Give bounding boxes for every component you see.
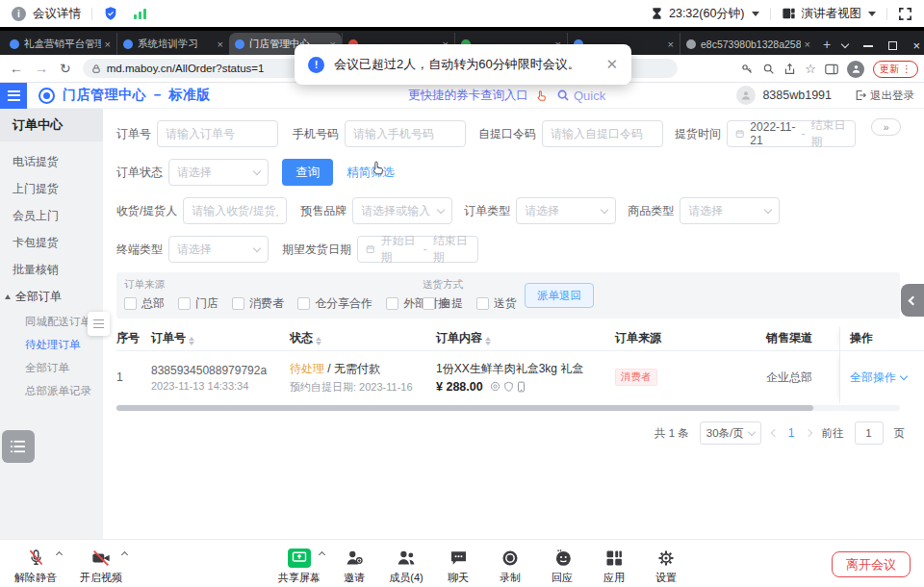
checkbox-icon[interactable] xyxy=(232,297,244,310)
coupon-query-link[interactable]: 更快捷的券卡查询入口 xyxy=(408,88,528,104)
maximize-icon[interactable] xyxy=(888,41,897,50)
tab-search-icon[interactable] xyxy=(841,40,849,48)
tab-close-icon[interactable]: × xyxy=(105,38,111,50)
menu-toggle-button[interactable] xyxy=(0,83,27,109)
presale-brand-select[interactable]: 请选择或输入 xyxy=(352,197,452,224)
checkbox-icon[interactable] xyxy=(476,297,489,310)
quick-search-link[interactable]: Quick xyxy=(556,89,605,103)
next-page-icon[interactable] xyxy=(804,429,811,437)
checkbox-self-pickup[interactable]: 自提 xyxy=(423,295,463,312)
browser-tab-7[interactable]: e8c573980b1328a258fd2e618 × xyxy=(680,33,816,55)
goods-type-select[interactable]: 请选择 xyxy=(680,197,780,224)
checkbox-icon[interactable] xyxy=(124,297,137,310)
sidebar-subitem-pending-orders[interactable]: 待处理订单 xyxy=(0,333,103,356)
chat-button[interactable]: 聊天 xyxy=(432,543,484,585)
page-size-select[interactable]: 30条/页 xyxy=(700,421,761,445)
checkbox-delivery[interactable]: 送货 xyxy=(476,295,517,312)
shield-check-icon[interactable] xyxy=(103,6,118,21)
horizontal-scrollbar[interactable] xyxy=(116,405,900,411)
view-dropdown-icon[interactable] xyxy=(868,12,876,16)
pickup-date-range[interactable]: 2022-11-21 - 结束日期 xyxy=(727,120,856,147)
timer-dropdown-icon[interactable] xyxy=(752,12,759,16)
side-panel-icon[interactable] xyxy=(825,64,838,75)
invite-button[interactable]: 邀请 xyxy=(328,543,380,585)
checkbox-consumer[interactable]: 消费者 xyxy=(232,295,284,312)
browser-tab-2[interactable]: 系统培训学习 × xyxy=(116,33,229,55)
header-order-no[interactable]: 订单号 xyxy=(151,330,290,346)
tab-close-icon[interactable]: × xyxy=(805,38,810,50)
header-status[interactable]: 状态 xyxy=(290,330,436,346)
mic-options-caret[interactable] xyxy=(56,551,63,558)
order-type-select[interactable]: 请选择 xyxy=(516,197,616,224)
fullscreen-icon[interactable] xyxy=(898,7,912,21)
tab-close-icon[interactable]: × xyxy=(218,38,223,50)
sidebar-group-all-orders[interactable]: 全部订单 xyxy=(0,283,103,310)
sort-icon[interactable] xyxy=(189,337,194,345)
meeting-details-label[interactable]: 会议详情 xyxy=(33,6,81,22)
jump-page-input[interactable] xyxy=(855,421,884,445)
sidebar-subitem-all-orders[interactable]: 全部订单 xyxy=(0,356,103,379)
prev-page-icon[interactable] xyxy=(771,429,779,437)
right-panel-handle[interactable] xyxy=(901,284,924,317)
pickup-code-input[interactable] xyxy=(542,120,663,147)
minimize-icon[interactable] xyxy=(863,45,873,47)
checkbox-store[interactable]: 门店 xyxy=(178,295,218,312)
unmute-button[interactable]: 解除静音 xyxy=(10,543,62,585)
settings-button[interactable]: 设置 xyxy=(640,543,692,585)
profile-avatar-icon[interactable] xyxy=(847,61,864,78)
sidebar-item-phone-pickup[interactable]: 电话提货 xyxy=(0,148,103,175)
forward-icon[interactable]: → xyxy=(35,61,48,76)
checkbox-icon[interactable] xyxy=(423,297,435,310)
sidebar-section-order-center[interactable]: 订单中心 xyxy=(0,109,103,141)
apps-button[interactable]: 应用 xyxy=(588,543,640,585)
sidebar-item-card-pickup[interactable]: 卡包提货 xyxy=(0,229,103,256)
checkbox-icon[interactable] xyxy=(178,297,191,310)
all-actions-link[interactable]: 全部操作 xyxy=(850,370,896,386)
collapse-filters-button[interactable]: » xyxy=(871,118,901,136)
close-window-icon[interactable]: × xyxy=(912,38,920,53)
password-key-icon[interactable] xyxy=(741,63,754,75)
receiver-input[interactable] xyxy=(183,197,287,224)
sidebar-item-batch-verify[interactable]: 批量核销 xyxy=(0,256,103,283)
sort-icon[interactable] xyxy=(485,337,491,345)
share-icon[interactable] xyxy=(783,63,796,75)
ship-date-range[interactable]: 开始日期 - 结束日期 xyxy=(357,236,478,263)
chrome-update-button[interactable]: 更新 ⋮ xyxy=(873,61,918,78)
meeting-timer[interactable]: 23:32(60分钟) xyxy=(669,6,745,22)
sidebar-item-door-pickup[interactable]: 上门提货 xyxy=(0,175,103,202)
view-mode-label[interactable]: 演讲者视图 xyxy=(802,6,862,22)
header-content[interactable]: 订单内容 xyxy=(436,330,615,346)
order-no-input[interactable] xyxy=(157,120,278,147)
start-video-button[interactable]: 开启视频 xyxy=(75,543,127,585)
browser-tab-1[interactable]: 礼盒营销平台管理中心 × xyxy=(4,33,116,55)
phone-input[interactable] xyxy=(345,120,466,147)
tab-close-icon[interactable]: × xyxy=(668,38,674,50)
refresh-icon[interactable]: ↻ xyxy=(60,61,71,76)
sidebar-item-member-visit[interactable]: 会员上门 xyxy=(0,202,103,229)
share-screen-button[interactable]: 共享屏幕 xyxy=(270,543,328,585)
share-options-caret[interactable] xyxy=(319,551,325,558)
checkbox-icon[interactable] xyxy=(386,297,398,310)
reactions-button[interactable]: 回应 xyxy=(536,543,588,585)
checkbox-icon[interactable] xyxy=(297,297,310,310)
current-page[interactable]: 1 xyxy=(788,426,795,440)
back-icon[interactable]: ← xyxy=(10,61,23,76)
close-notification-icon[interactable]: ✕ xyxy=(605,56,618,73)
dispatch-return-button[interactable]: 派单退回 xyxy=(525,283,594,308)
new-tab-button[interactable]: + xyxy=(816,33,837,55)
logout-button[interactable]: 退出登录 xyxy=(855,89,914,103)
meeting-list-float-button[interactable] xyxy=(2,430,35,463)
bookmark-star-icon[interactable]: ☆ xyxy=(805,62,816,76)
video-options-caret[interactable] xyxy=(121,551,128,558)
leave-meeting-button[interactable]: 离开会议 xyxy=(832,551,911,577)
zoom-icon[interactable] xyxy=(762,63,775,75)
terminal-type-select[interactable]: 请选择 xyxy=(168,236,269,263)
members-button[interactable]: 成员(4) xyxy=(380,543,432,585)
search-button[interactable]: 查询 xyxy=(282,159,333,186)
record-button[interactable]: 录制 xyxy=(484,543,536,585)
scrollbar-thumb[interactable] xyxy=(116,405,813,411)
checkbox-hq[interactable]: 总部 xyxy=(124,295,165,312)
checkbox-warehouse-share[interactable]: 仓分享合作 xyxy=(297,295,372,312)
order-status-select[interactable]: 请选择 xyxy=(168,159,269,186)
sidebar-drag-handle[interactable] xyxy=(88,312,110,336)
